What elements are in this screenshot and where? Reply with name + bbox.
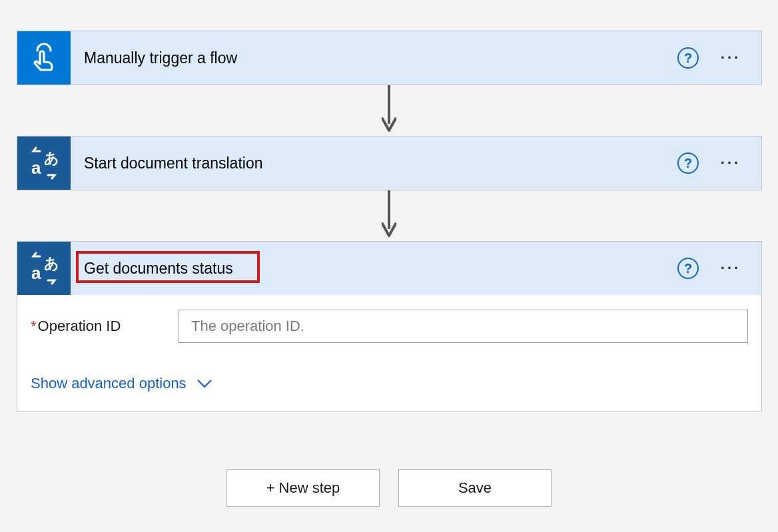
svg-text:あ: あ — [44, 150, 59, 166]
step-body: * Operation ID Show advanced options — [17, 295, 761, 411]
step-header-get-status[interactable]: a あ Get documents status ? ··· — [17, 242, 761, 295]
field-label: * Operation ID — [31, 318, 179, 335]
footer-actions: + New step Save — [0, 469, 778, 507]
step-card-start-translation[interactable]: a あ Start document translation ? ··· — [17, 136, 762, 190]
required-star: * — [31, 318, 37, 335]
advanced-options-label: Show advanced options — [31, 375, 187, 392]
step-card-get-status[interactable]: a あ Get documents status ? ··· * Operati… — [17, 241, 762, 411]
step-title: Get documents status — [84, 260, 677, 278]
step-title: Start document translation — [84, 154, 677, 172]
svg-text:a: a — [31, 263, 41, 283]
translator-icon: a あ — [17, 136, 71, 190]
step-title: Manually trigger a flow — [84, 49, 677, 67]
step-header-start-translation[interactable]: a あ Start document translation ? ··· — [17, 136, 761, 190]
translator-icon: a あ — [17, 242, 71, 295]
connector-arrow — [382, 190, 396, 238]
svg-text:a: a — [31, 158, 41, 178]
help-button[interactable]: ? — [677, 258, 699, 279]
touch-icon — [17, 31, 71, 85]
step-header-trigger[interactable]: Manually trigger a flow ? ··· — [17, 31, 761, 85]
help-button[interactable]: ? — [677, 152, 699, 174]
more-button[interactable]: ··· — [715, 255, 747, 282]
step-card-trigger[interactable]: Manually trigger a flow ? ··· — [17, 31, 762, 85]
field-label-text: Operation ID — [38, 318, 121, 335]
more-button[interactable]: ··· — [715, 150, 747, 176]
svg-text:あ: あ — [44, 255, 59, 272]
new-step-button[interactable]: + New step — [226, 469, 380, 507]
chevron-down-icon — [197, 379, 212, 388]
field-row-operation-id: * Operation ID — [31, 310, 748, 343]
operation-id-input[interactable] — [179, 310, 748, 343]
more-button[interactable]: ··· — [715, 45, 747, 71]
connector-arrow — [382, 85, 396, 133]
save-button[interactable]: Save — [398, 469, 552, 507]
help-button[interactable]: ? — [677, 47, 699, 69]
show-advanced-options[interactable]: Show advanced options — [31, 375, 212, 392]
